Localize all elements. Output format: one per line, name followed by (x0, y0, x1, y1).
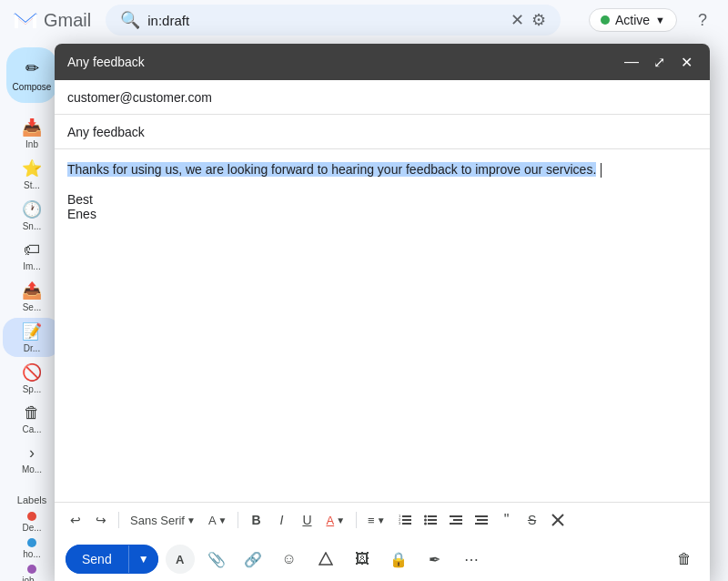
clear-search-button[interactable]: ✕ (511, 10, 524, 30)
body-line1: Best (67, 192, 93, 207)
indent-less-icon (450, 514, 462, 526)
gmail-logo: Gmail (11, 5, 91, 35)
active-label: Active (615, 13, 650, 27)
send-button[interactable]: Send (66, 545, 128, 574)
sidebar-item-snoozed[interactable]: 🕐 Sn... (3, 196, 61, 235)
indent-less-button[interactable] (444, 508, 468, 532)
search-bar: 🔍 ✕ ⚙ (106, 5, 561, 36)
spam-icon: 🚫 (22, 362, 42, 382)
strikethrough-button[interactable]: S (521, 508, 544, 532)
insert-photo-button[interactable]: 🖼 (348, 545, 377, 574)
sidebar-item-spam[interactable]: 🚫 Sp... (3, 359, 61, 398)
sidebar-item-inbox[interactable]: 📥 Inb (3, 114, 61, 153)
italic-button[interactable]: I (269, 508, 293, 532)
starred-icon: ⭐ (22, 158, 42, 178)
sidebar-item-more[interactable]: › Mo... (3, 440, 61, 478)
close-modal-button[interactable]: ✕ (675, 51, 697, 73)
sidebar-item-drafts[interactable]: 📝 Dr... (3, 318, 61, 357)
text-color-dropdown[interactable]: A ▼ (320, 510, 350, 531)
active-status-badge[interactable]: Active ▼ (589, 8, 677, 32)
svg-rect-18 (477, 519, 488, 521)
active-dot-icon (601, 15, 610, 25)
more-icon: ⋯ (464, 551, 479, 568)
compose-label: Compose (13, 82, 52, 92)
align-icon: ≡ (368, 514, 375, 527)
svg-rect-9 (428, 519, 437, 521)
toolbar-separator-2 (238, 512, 238, 528)
font-family-dropdown[interactable]: Sans Serif ▼ (125, 510, 201, 531)
ordered-list-button[interactable]: 1 2 3 (393, 508, 417, 532)
sidebar-item-trash[interactable]: 🗑 Ca... (3, 400, 61, 438)
undo-button[interactable]: ↩ (64, 508, 87, 532)
unordered-list-button[interactable] (419, 508, 442, 532)
text-color-chevron-icon: ▼ (336, 515, 345, 525)
labels-title: Labels (17, 494, 46, 505)
compose-button[interactable]: ✏ Compose (6, 47, 57, 103)
svg-marker-22 (319, 553, 332, 565)
indent-more-button[interactable] (470, 508, 493, 532)
search-input[interactable] (147, 13, 503, 28)
quote-button[interactable]: " (495, 508, 519, 532)
svg-rect-19 (475, 523, 488, 525)
photo-icon: 🖼 (355, 551, 369, 567)
lock-button[interactable]: 🔒 (384, 545, 413, 574)
modal-header: Any feedback — ⤢ ✕ (55, 44, 710, 80)
label-item-job[interactable]: job... (3, 562, 61, 581)
expand-button[interactable]: ⤢ (648, 51, 670, 73)
link-icon: 🔗 (244, 551, 262, 568)
underline-button[interactable]: U (295, 508, 318, 532)
insert-drive-button[interactable] (311, 545, 340, 574)
indent-more-icon (475, 514, 488, 526)
font-family-chevron-icon: ▼ (187, 515, 196, 525)
email-body[interactable]: Thanks for using us, we are looking forw… (55, 149, 710, 502)
toolbar-separator-3 (356, 512, 357, 528)
text-cursor (601, 163, 602, 178)
remove-format-icon (551, 514, 564, 526)
svg-point-11 (424, 515, 427, 518)
format-toolbar: ↩ ↪ Sans Serif ▼ A ▼ B I U A ▼ ≡ ▼ (55, 502, 710, 537)
compose-modal: Any feedback — ⤢ ✕ customer@customer.com… (55, 44, 710, 581)
svg-rect-16 (450, 523, 462, 525)
font-size-dropdown[interactable]: A ▼ (203, 510, 233, 531)
more-options-button[interactable]: ⋯ (457, 545, 486, 574)
sidebar-item-sent[interactable]: 📤 Se... (3, 277, 61, 316)
attach-file-button[interactable]: 📎 (202, 545, 231, 574)
delete-icon: 🗑 (677, 551, 692, 567)
label-item-de[interactable]: De... (3, 509, 61, 535)
label-color-dot (27, 538, 36, 547)
sidebar-item-starred[interactable]: ⭐ St... (3, 155, 61, 194)
recipient-email[interactable]: customer@customer.com (67, 90, 212, 105)
svg-rect-3 (402, 519, 411, 521)
snoozed-icon: 🕐 (22, 199, 42, 219)
align-dropdown[interactable]: ≡ ▼ (362, 510, 391, 531)
emoji-icon: ☺ (281, 551, 296, 567)
unordered-list-icon (424, 514, 437, 526)
drafts-icon: 📝 (22, 321, 42, 341)
help-button[interactable]: ? (688, 5, 717, 35)
redo-button[interactable]: ↪ (89, 508, 113, 532)
inbox-icon: 📥 (22, 117, 42, 138)
bold-button[interactable]: B (244, 508, 268, 532)
send-button-group: Send ▼ (66, 545, 158, 574)
subject-field[interactable]: Any feedback (67, 125, 145, 139)
insert-link-button[interactable]: 🔗 (238, 545, 268, 574)
expand-icon: ⤢ (653, 54, 665, 71)
formatting-toggle-button[interactable]: A (166, 545, 195, 574)
search-icon-button[interactable]: 🔍 (120, 10, 140, 30)
align-chevron-icon: ▼ (377, 515, 386, 525)
insert-emoji-button[interactable]: ☺ (275, 545, 304, 574)
remove-format-button[interactable] (546, 508, 570, 532)
svg-rect-8 (428, 515, 437, 517)
minimize-button[interactable]: — (621, 51, 642, 73)
delete-draft-button[interactable]: 🗑 (670, 545, 699, 574)
attach-icon: 📎 (207, 551, 226, 568)
label-item-ho[interactable]: ho... (3, 535, 61, 562)
send-options-dropdown[interactable]: ▼ (128, 545, 158, 573)
signature-button[interactable]: ✒ (420, 545, 450, 574)
sidebar-item-important[interactable]: 🏷 Im... (3, 237, 61, 275)
body-line2: Enes (67, 207, 96, 221)
font-family-label: Sans Serif (130, 514, 185, 527)
send-dropdown-chevron-icon: ▼ (138, 553, 149, 566)
filter-icon-button[interactable]: ⚙ (531, 10, 546, 30)
svg-text:3: 3 (399, 521, 401, 525)
